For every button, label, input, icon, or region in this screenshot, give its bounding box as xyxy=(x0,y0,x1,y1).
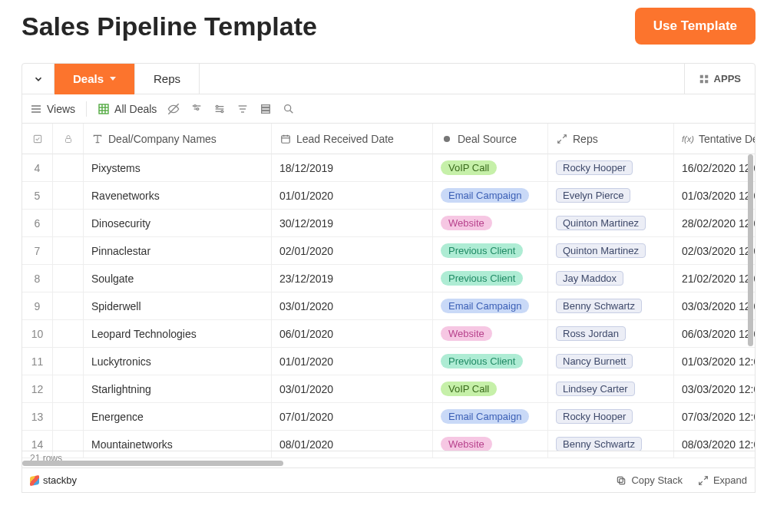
chevron-down-icon xyxy=(33,74,44,84)
cell-name[interactable]: Pixystems xyxy=(84,154,272,182)
filter-button[interactable] xyxy=(190,103,203,115)
cell-name[interactable]: Dinosecurity xyxy=(84,210,272,237)
cell-name[interactable]: Leopard Technologies xyxy=(84,320,272,348)
row-number[interactable]: 10 xyxy=(22,320,53,348)
cell-tentative[interactable]: 03/03/2020 12:00 A xyxy=(674,292,755,320)
cell-lead-received[interactable]: 23/12/2019 xyxy=(272,265,433,292)
search-button[interactable] xyxy=(283,103,295,115)
row-number[interactable]: 4 xyxy=(22,154,53,182)
row-number[interactable]: 12 xyxy=(22,375,53,403)
cell-source[interactable]: Previous Client xyxy=(433,348,548,375)
cell-rep[interactable]: Lindsey Carter xyxy=(548,375,674,403)
cell-name[interactable]: Luckytronics xyxy=(84,348,272,375)
row-lock-cell xyxy=(53,375,84,403)
cell-lead-received[interactable]: 18/12/2019 xyxy=(272,154,433,182)
column-label: Tentative Deal xyxy=(699,133,755,145)
use-template-button[interactable]: Use Template xyxy=(635,8,756,45)
copy-stack-label: Copy Stack xyxy=(631,474,682,486)
column-header-tentative[interactable]: f(x)Tentative Deal xyxy=(674,124,755,154)
cell-name[interactable]: Energence xyxy=(84,403,272,431)
vertical-scrollbar[interactable] xyxy=(748,154,753,346)
cell-source[interactable]: Previous Client xyxy=(433,265,548,292)
tables-menu-toggle[interactable] xyxy=(22,64,55,94)
cell-name[interactable]: Starlightning xyxy=(84,375,272,403)
cell-lead-received[interactable]: 30/12/2019 xyxy=(272,210,433,237)
cell-tentative[interactable]: 06/03/2020 12:00 A xyxy=(674,320,755,348)
column-header-reps[interactable]: Reps xyxy=(548,124,674,154)
cell-rep[interactable]: Rocky Hooper xyxy=(548,154,674,182)
copy-stack-button[interactable]: Copy Stack xyxy=(616,474,682,486)
cell-rep[interactable]: Ross Jordan xyxy=(548,320,674,348)
expand-button[interactable]: Expand xyxy=(698,474,747,486)
column-label: Deal/Company Names xyxy=(108,133,217,145)
row-number[interactable]: 9 xyxy=(22,292,53,320)
current-view-button[interactable]: All Deals xyxy=(98,103,157,115)
select-all-header[interactable] xyxy=(22,124,53,154)
cell-tentative[interactable]: 03/03/2020 12:00 A xyxy=(674,375,755,403)
column-label: Lead Received Date xyxy=(296,133,394,145)
row-number[interactable]: 11 xyxy=(22,348,53,375)
cell-name[interactable]: Spiderwell xyxy=(84,292,272,320)
row-number[interactable]: 7 xyxy=(22,237,53,265)
cell-tentative[interactable]: 21/02/2020 12:00 A xyxy=(674,265,755,292)
cell-lead-received[interactable]: 01/01/2020 xyxy=(272,182,433,210)
cell-tentative[interactable]: 28/02/2020 12:00 A xyxy=(674,210,755,237)
source-pill: Email Campaign xyxy=(441,188,529,203)
cell-lead-received[interactable]: 03/01/2020 xyxy=(272,292,433,320)
cell-rep[interactable]: Quinton Martinez xyxy=(548,237,674,265)
cell-rep[interactable]: Benny Schwartz xyxy=(548,292,674,320)
group-button[interactable] xyxy=(213,103,226,115)
column-header-lead_received[interactable]: Lead Received Date xyxy=(272,124,433,154)
cell-source[interactable]: Email Campaign xyxy=(433,292,548,320)
tab-reps[interactable]: Reps xyxy=(135,64,200,94)
cell-tentative[interactable]: 01/03/2020 12:00 A xyxy=(674,182,755,210)
column-header-name[interactable]: Deal/Company Names xyxy=(84,124,272,154)
cell-rep[interactable]: Evelyn Pierce xyxy=(548,182,674,210)
row-lock-cell xyxy=(53,154,84,182)
cell-rep[interactable]: Quinton Martinez xyxy=(548,210,674,237)
cell-tentative[interactable]: 07/03/2020 12:00 A xyxy=(674,403,755,431)
cell-source[interactable]: VoIP Call xyxy=(433,375,548,403)
cell-tentative[interactable]: 16/02/2020 12:00 A xyxy=(674,154,755,182)
svg-point-20 xyxy=(217,105,219,107)
cell-name[interactable]: Pinnaclestar xyxy=(84,237,272,265)
cell-source[interactable]: Website xyxy=(433,210,548,237)
views-menu-button[interactable]: Views xyxy=(30,103,75,115)
copy-icon xyxy=(616,475,627,486)
cell-rep[interactable]: Nancy Burnett xyxy=(548,348,674,375)
column-header-source[interactable]: Deal Source xyxy=(433,124,548,154)
cell-lead-received[interactable]: 07/01/2020 xyxy=(272,403,433,431)
cell-lead-received[interactable]: 01/01/2020 xyxy=(272,348,433,375)
cell-name[interactable]: Ravenetworks xyxy=(84,182,272,210)
sort-button[interactable] xyxy=(236,103,249,115)
cell-rep[interactable]: Rocky Hooper xyxy=(548,403,674,431)
cell-rep[interactable]: Jay Maddox xyxy=(548,265,674,292)
data-grid[interactable]: Deal/Company NamesLead Received DateDeal… xyxy=(22,124,755,458)
cell-lead-received[interactable]: 02/01/2020 xyxy=(272,237,433,265)
cell-source[interactable]: Previous Client xyxy=(433,237,548,265)
cell-name[interactable]: Soulgate xyxy=(84,265,272,292)
svg-rect-34 xyxy=(282,135,290,142)
text-icon xyxy=(91,133,104,145)
row-number[interactable]: 13 xyxy=(22,403,53,431)
cell-source[interactable]: Website xyxy=(433,320,548,348)
apps-button[interactable]: APPS xyxy=(684,64,755,94)
row-number[interactable]: 6 xyxy=(22,210,53,237)
row-number[interactable]: 5 xyxy=(22,182,53,210)
row-lock-cell xyxy=(53,237,84,265)
cell-source[interactable]: VoIP Call xyxy=(433,154,548,182)
cell-lead-received[interactable]: 06/01/2020 xyxy=(272,320,433,348)
cell-source[interactable]: Email Campaign xyxy=(433,182,548,210)
calendar-icon xyxy=(279,133,292,145)
hide-fields-button[interactable] xyxy=(167,103,180,115)
horizontal-scrollbar[interactable] xyxy=(22,461,283,466)
row-number[interactable]: 8 xyxy=(22,265,53,292)
svg-rect-27 xyxy=(262,111,270,113)
tab-deals[interactable]: Deals xyxy=(55,64,135,94)
cell-tentative[interactable]: 01/03/2020 12:00 A xyxy=(674,348,755,375)
cell-tentative[interactable]: 02/03/2020 12:00 A xyxy=(674,237,755,265)
cell-source[interactable]: Email Campaign xyxy=(433,403,548,431)
cell-lead-received[interactable]: 03/01/2020 xyxy=(272,375,433,403)
brand-logo[interactable]: stackby xyxy=(30,474,77,486)
row-height-button[interactable] xyxy=(260,103,272,115)
